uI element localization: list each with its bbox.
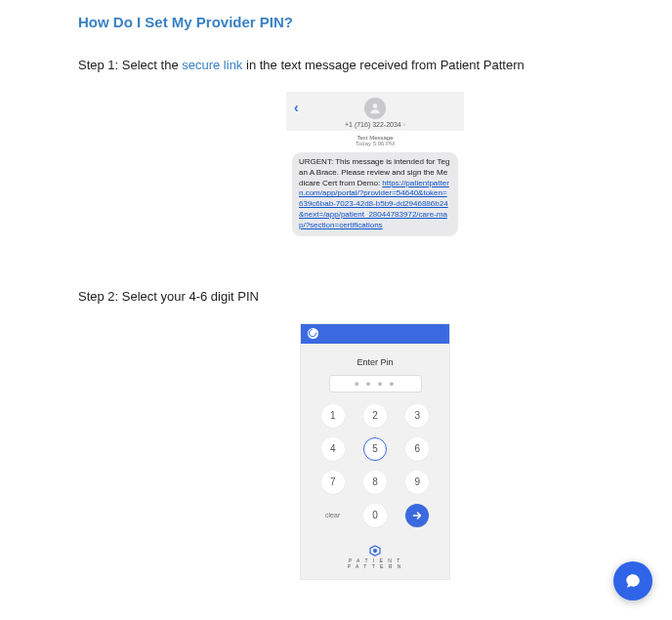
enter-pin-label: Enter Pin (301, 344, 449, 375)
key-1[interactable]: 1 (321, 404, 345, 428)
phone-number: +1 (716) 322-2034 (286, 121, 464, 128)
key-clear[interactable]: clear (325, 504, 340, 527)
pin-header (301, 324, 449, 344)
person-icon (368, 102, 382, 115)
key-5[interactable]: 5 (363, 437, 387, 461)
arrow-right-icon (411, 510, 423, 521)
sms-mock: ‹ +1 (716) 322-2034 Text Message Today 5… (286, 92, 464, 246)
key-3[interactable]: 3 (405, 404, 429, 428)
step-1-prefix: Step 1: Select the (78, 58, 182, 72)
key-2[interactable]: 2 (363, 404, 387, 428)
step-1-suffix: in the text message received from Patien… (242, 58, 524, 72)
key-6[interactable]: 6 (405, 437, 429, 461)
chat-button[interactable] (613, 561, 652, 600)
sms-bubble: URGENT: This message is intended for Teg… (292, 152, 458, 236)
key-8[interactable]: 8 (363, 471, 387, 494)
submit-button[interactable] (405, 504, 429, 527)
back-chevron-icon[interactable]: ‹ (294, 100, 299, 115)
logo: P A T I E N T P A T T E R N (301, 539, 449, 579)
logo-icon (369, 545, 381, 557)
pin-input[interactable]: ● ● ● ● (329, 375, 422, 393)
page-title: How Do I Set My Provider PIN? (78, 14, 672, 30)
key-7[interactable]: 7 (321, 471, 345, 494)
app-icon (308, 328, 318, 339)
keypad: 1 2 3 4 5 6 7 8 9 clear 0 (301, 404, 449, 539)
message-time: Today 5:06 PM (286, 141, 464, 146)
chat-icon (624, 572, 642, 590)
step-2-text: Step 2: Select your 4-6 digit PIN (78, 289, 672, 304)
pin-mock: Enter Pin ● ● ● ● 1 2 3 4 5 6 7 8 9 clea… (300, 323, 450, 580)
step-1-text: Step 1: Select the secure link in the te… (78, 58, 672, 72)
secure-link[interactable]: secure link (182, 58, 242, 72)
svg-point-0 (373, 103, 378, 108)
avatar (364, 98, 386, 119)
key-4[interactable]: 4 (321, 437, 345, 461)
logo-text: P A T I E N T P A T T E R N (301, 558, 449, 569)
svg-point-2 (374, 549, 377, 552)
key-9[interactable]: 9 (405, 471, 429, 494)
key-0[interactable]: 0 (363, 504, 387, 527)
